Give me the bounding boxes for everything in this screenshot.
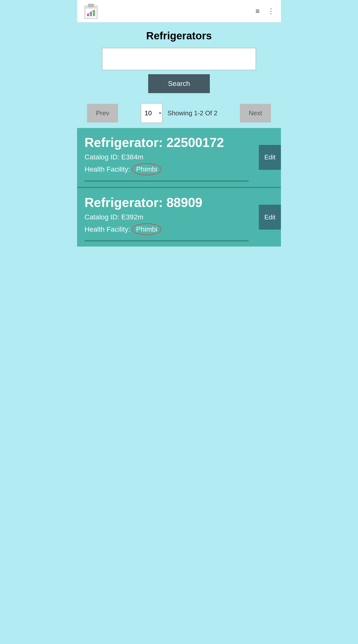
item-facility: Health Facility: Phimbi bbox=[85, 163, 249, 175]
prev-button[interactable]: Prev bbox=[87, 104, 118, 122]
list-item: Refrigerator: 22500172 Catalog ID: E384m… bbox=[77, 128, 281, 187]
next-button[interactable]: Next bbox=[240, 104, 271, 122]
svg-rect-5 bbox=[93, 10, 95, 16]
item-title: Refrigerator: 22500172 bbox=[85, 136, 249, 150]
showing-count: Showing 1-2 Of 2 bbox=[168, 109, 217, 117]
card-divider bbox=[85, 240, 249, 242]
item-catalog-id: Catalog ID: E384m bbox=[85, 152, 249, 162]
edit-button[interactable]: Edit bbox=[259, 205, 281, 230]
catalog-id-value: E384m bbox=[121, 153, 144, 161]
more-options-icon[interactable]: ⋮ bbox=[266, 6, 276, 17]
app-logo bbox=[82, 2, 100, 20]
filter-icon[interactable]: ≡ bbox=[254, 6, 261, 17]
item-catalog-id: Catalog ID: E392m bbox=[85, 212, 249, 222]
catalog-id-label: Catalog ID: bbox=[85, 153, 119, 161]
item-facility: Health Facility: Phimbi bbox=[85, 224, 249, 235]
app-header: ≡ ⋮ bbox=[77, 0, 281, 22]
facility-label: Health Facility: bbox=[85, 165, 130, 173]
per-page-select[interactable]: 10 25 50 100 bbox=[141, 103, 163, 123]
card-divider bbox=[85, 180, 249, 182]
edit-button[interactable]: Edit bbox=[259, 145, 281, 170]
pagination-controls: 10 25 50 100 Showing 1-2 Of 2 bbox=[141, 103, 217, 123]
facility-value: Phimbi bbox=[132, 163, 161, 175]
item-title: Refrigerator: 88909 bbox=[85, 196, 249, 210]
page-title: Refrigerators bbox=[102, 30, 256, 42]
search-input[interactable] bbox=[102, 48, 256, 70]
facility-value: Phimbi bbox=[132, 224, 161, 235]
catalog-id-label: Catalog ID: bbox=[85, 213, 119, 221]
header-actions: ≡ ⋮ bbox=[254, 6, 276, 17]
list-item: Refrigerator: 88909 Catalog ID: E392m He… bbox=[77, 187, 281, 247]
search-button[interactable]: Search bbox=[148, 74, 210, 93]
search-section: Refrigerators Search bbox=[77, 22, 281, 98]
catalog-id-value: E392m bbox=[121, 213, 144, 221]
pagination-bar: Prev 10 25 50 100 Showing 1-2 Of 2 Next bbox=[77, 98, 281, 128]
facility-label: Health Facility: bbox=[85, 226, 130, 233]
items-list: Refrigerator: 22500172 Catalog ID: E384m… bbox=[77, 128, 281, 246]
svg-rect-1 bbox=[88, 4, 94, 7]
